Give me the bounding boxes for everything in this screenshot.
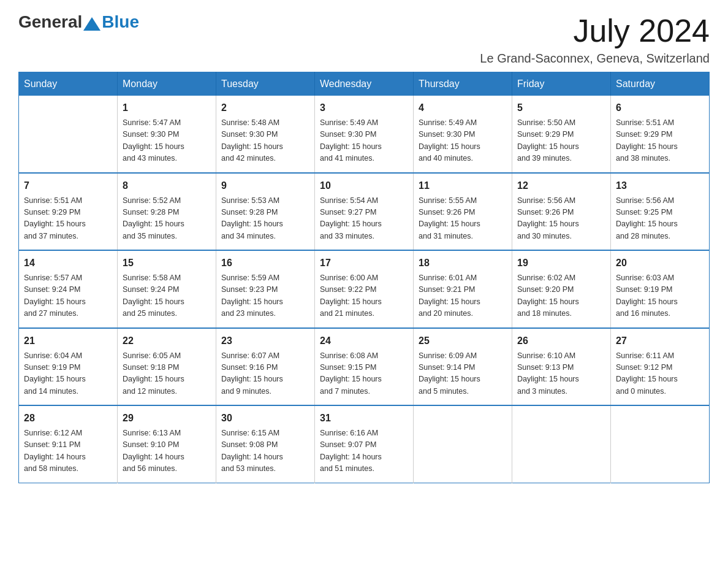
day-number: 17 — [320, 256, 408, 270]
logo: General Blue — [18, 12, 139, 32]
day-number: 23 — [221, 334, 309, 348]
day-number: 15 — [123, 256, 211, 270]
day-number: 9 — [221, 178, 309, 193]
day-number: 14 — [24, 256, 112, 270]
calendar-cell: 13Sunrise: 5:56 AM Sunset: 9:25 PM Dayli… — [611, 173, 710, 251]
calendar-cell — [414, 405, 512, 483]
day-number: 10 — [320, 178, 408, 193]
calendar-day-header: Sunday — [19, 72, 118, 96]
calendar-cell: 6Sunrise: 5:51 AM Sunset: 9:29 PM Daylig… — [611, 96, 710, 173]
day-info: Sunrise: 6:02 AM Sunset: 9:20 PM Dayligh… — [517, 274, 579, 318]
day-number: 19 — [517, 256, 605, 270]
calendar-cell: 10Sunrise: 5:54 AM Sunset: 9:27 PM Dayli… — [315, 173, 414, 251]
day-info: Sunrise: 6:13 AM Sunset: 9:10 PM Dayligh… — [123, 429, 184, 473]
day-number: 26 — [517, 334, 605, 348]
day-number: 20 — [616, 256, 704, 270]
calendar-cell: 2Sunrise: 5:48 AM Sunset: 9:30 PM Daylig… — [216, 96, 315, 173]
day-number: 29 — [123, 411, 211, 426]
day-info: Sunrise: 5:47 AM Sunset: 9:30 PM Dayligh… — [123, 118, 184, 163]
day-number: 4 — [419, 101, 507, 115]
calendar-day-header: Tuesday — [216, 72, 315, 96]
day-number: 22 — [123, 334, 211, 348]
day-info: Sunrise: 5:57 AM Sunset: 9:24 PM Dayligh… — [24, 274, 86, 318]
day-number: 18 — [419, 256, 507, 270]
calendar-cell: 18Sunrise: 6:01 AM Sunset: 9:21 PM Dayli… — [414, 250, 512, 328]
month-year-title: July 2024 — [480, 12, 710, 49]
calendar-week-row: 7Sunrise: 5:51 AM Sunset: 9:29 PM Daylig… — [19, 173, 710, 251]
day-number: 3 — [320, 101, 408, 115]
day-number: 13 — [616, 178, 704, 193]
calendar-cell: 22Sunrise: 6:05 AM Sunset: 9:18 PM Dayli… — [118, 328, 216, 406]
day-info: Sunrise: 5:51 AM Sunset: 9:29 PM Dayligh… — [616, 118, 678, 163]
calendar-cell: 11Sunrise: 5:55 AM Sunset: 9:26 PM Dayli… — [414, 173, 512, 251]
day-number: 25 — [419, 334, 507, 348]
day-info: Sunrise: 6:16 AM Sunset: 9:07 PM Dayligh… — [320, 429, 382, 473]
calendar-cell: 19Sunrise: 6:02 AM Sunset: 9:20 PM Dayli… — [512, 250, 611, 328]
calendar-week-row: 21Sunrise: 6:04 AM Sunset: 9:19 PM Dayli… — [19, 328, 710, 406]
day-info: Sunrise: 5:54 AM Sunset: 9:27 PM Dayligh… — [320, 196, 382, 240]
calendar-table: SundayMondayTuesdayWednesdayThursdayFrid… — [18, 72, 710, 483]
day-info: Sunrise: 6:12 AM Sunset: 9:11 PM Dayligh… — [24, 429, 86, 473]
calendar-cell: 17Sunrise: 6:00 AM Sunset: 9:22 PM Dayli… — [315, 250, 414, 328]
calendar-week-row: 28Sunrise: 6:12 AM Sunset: 9:11 PM Dayli… — [19, 405, 710, 483]
page-header: General Blue July 2024 Le Grand-Saconnex… — [18, 12, 710, 66]
day-info: Sunrise: 6:07 AM Sunset: 9:16 PM Dayligh… — [221, 351, 283, 396]
day-number: 16 — [221, 256, 309, 270]
day-info: Sunrise: 6:00 AM Sunset: 9:22 PM Dayligh… — [320, 274, 382, 318]
day-info: Sunrise: 5:55 AM Sunset: 9:26 PM Dayligh… — [419, 196, 480, 240]
calendar-cell: 28Sunrise: 6:12 AM Sunset: 9:11 PM Dayli… — [19, 405, 118, 483]
calendar-cell: 5Sunrise: 5:50 AM Sunset: 9:29 PM Daylig… — [512, 96, 611, 173]
calendar-cell: 21Sunrise: 6:04 AM Sunset: 9:19 PM Dayli… — [19, 328, 118, 406]
day-info: Sunrise: 5:56 AM Sunset: 9:25 PM Dayligh… — [616, 196, 678, 240]
logo-blue-text: Blue — [102, 12, 139, 32]
calendar-cell: 14Sunrise: 5:57 AM Sunset: 9:24 PM Dayli… — [19, 250, 118, 328]
day-info: Sunrise: 6:11 AM Sunset: 9:12 PM Dayligh… — [616, 351, 678, 396]
calendar-cell: 16Sunrise: 5:59 AM Sunset: 9:23 PM Dayli… — [216, 250, 315, 328]
logo-triangle-icon — [83, 17, 100, 31]
calendar-day-header: Wednesday — [315, 72, 414, 96]
calendar-cell: 30Sunrise: 6:15 AM Sunset: 9:08 PM Dayli… — [216, 405, 315, 483]
day-info: Sunrise: 6:08 AM Sunset: 9:15 PM Dayligh… — [320, 351, 382, 396]
day-info: Sunrise: 5:48 AM Sunset: 9:30 PM Dayligh… — [221, 118, 283, 163]
calendar-day-header: Thursday — [414, 72, 512, 96]
calendar-cell — [611, 405, 710, 483]
day-info: Sunrise: 5:53 AM Sunset: 9:28 PM Dayligh… — [221, 196, 283, 240]
calendar-header-row: SundayMondayTuesdayWednesdayThursdayFrid… — [19, 72, 710, 96]
logo-general-text: General — [18, 12, 82, 32]
calendar-cell: 20Sunrise: 6:03 AM Sunset: 9:19 PM Dayli… — [611, 250, 710, 328]
day-number: 24 — [320, 334, 408, 348]
day-info: Sunrise: 6:03 AM Sunset: 9:19 PM Dayligh… — [616, 274, 678, 318]
day-number: 12 — [517, 178, 605, 193]
calendar-cell: 3Sunrise: 5:49 AM Sunset: 9:30 PM Daylig… — [315, 96, 414, 173]
calendar-week-row: 1Sunrise: 5:47 AM Sunset: 9:30 PM Daylig… — [19, 96, 710, 173]
day-info: Sunrise: 6:04 AM Sunset: 9:19 PM Dayligh… — [24, 351, 86, 396]
day-number: 6 — [616, 101, 704, 115]
day-info: Sunrise: 5:52 AM Sunset: 9:28 PM Dayligh… — [123, 196, 184, 240]
calendar-cell: 29Sunrise: 6:13 AM Sunset: 9:10 PM Dayli… — [118, 405, 216, 483]
calendar-cell: 1Sunrise: 5:47 AM Sunset: 9:30 PM Daylig… — [118, 96, 216, 173]
calendar-day-header: Saturday — [611, 72, 710, 96]
day-number: 31 — [320, 411, 408, 426]
day-info: Sunrise: 6:15 AM Sunset: 9:08 PM Dayligh… — [221, 429, 283, 473]
day-info: Sunrise: 6:01 AM Sunset: 9:21 PM Dayligh… — [419, 274, 480, 318]
calendar-cell: 4Sunrise: 5:49 AM Sunset: 9:30 PM Daylig… — [414, 96, 512, 173]
day-info: Sunrise: 5:56 AM Sunset: 9:26 PM Dayligh… — [517, 196, 579, 240]
day-info: Sunrise: 5:58 AM Sunset: 9:24 PM Dayligh… — [123, 274, 184, 318]
calendar-cell: 24Sunrise: 6:08 AM Sunset: 9:15 PM Dayli… — [315, 328, 414, 406]
calendar-cell: 7Sunrise: 5:51 AM Sunset: 9:29 PM Daylig… — [19, 173, 118, 251]
calendar-day-header: Friday — [512, 72, 611, 96]
calendar-cell — [512, 405, 611, 483]
day-number: 11 — [419, 178, 507, 193]
calendar-cell: 31Sunrise: 6:16 AM Sunset: 9:07 PM Dayli… — [315, 405, 414, 483]
calendar-cell: 15Sunrise: 5:58 AM Sunset: 9:24 PM Dayli… — [118, 250, 216, 328]
calendar-cell: 25Sunrise: 6:09 AM Sunset: 9:14 PM Dayli… — [414, 328, 512, 406]
day-number: 1 — [123, 101, 211, 115]
day-number: 28 — [24, 411, 112, 426]
day-info: Sunrise: 6:09 AM Sunset: 9:14 PM Dayligh… — [419, 351, 480, 396]
day-info: Sunrise: 5:51 AM Sunset: 9:29 PM Dayligh… — [24, 196, 86, 240]
day-number: 8 — [123, 178, 211, 193]
day-number: 5 — [517, 101, 605, 115]
calendar-cell: 9Sunrise: 5:53 AM Sunset: 9:28 PM Daylig… — [216, 173, 315, 251]
calendar-cell: 27Sunrise: 6:11 AM Sunset: 9:12 PM Dayli… — [611, 328, 710, 406]
day-info: Sunrise: 5:50 AM Sunset: 9:29 PM Dayligh… — [517, 118, 579, 163]
